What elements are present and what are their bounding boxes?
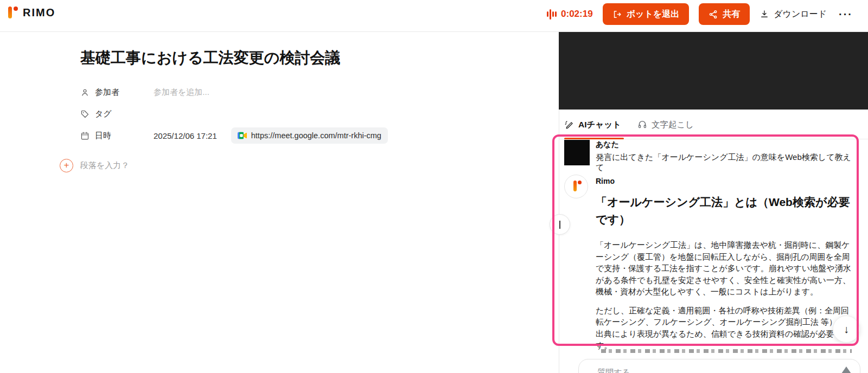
plus-circle-icon: + (60, 159, 73, 172)
add-paragraph-placeholder: 段落を入力？ (80, 160, 129, 171)
tab-ai-chat[interactable]: AIチャット (564, 119, 621, 131)
recording-timer: 0:02:19 (547, 9, 593, 20)
meet-link-chip[interactable]: https://meet.google.com/mtr-rkhi-cmg (231, 127, 388, 144)
datetime-row: 日時 2025/12/06 17:21 https://meet.google.… (80, 125, 536, 146)
datetime-label: 日時 (80, 131, 154, 141)
drag-bar-icon (559, 221, 560, 229)
assistant-paragraph: 「オールケーシング工法」は、地中障害撤去や杭・掘削時に、鋼製ケーシング（覆工管）… (596, 239, 853, 298)
tab-ai-chat-label: AIチャット (578, 119, 621, 131)
tags-row: タグ (80, 103, 536, 125)
top-bar: RIMO 0:02:19 ボットを退出 共有 ダウンロード ·· (0, 0, 868, 32)
scroll-to-bottom-button[interactable]: ↓ (833, 316, 860, 343)
chat-input-placeholder: 質問する (597, 368, 630, 373)
panel-tabs: AIチャット 文字起こし (564, 114, 694, 136)
share-icon (709, 10, 718, 19)
rimo-logo-icon (7, 5, 18, 20)
send-icon[interactable] (841, 366, 851, 373)
google-meet-icon (238, 132, 247, 139)
participants-input[interactable]: 参加者を追加... (154, 87, 209, 98)
tag-icon (80, 110, 90, 119)
meeting-meta: 参加者 参加者を追加... タグ 日時 2025/12/06 17:21 (80, 81, 536, 146)
download-icon (760, 9, 769, 19)
arrow-down-icon: ↓ (844, 323, 849, 336)
ai-pen-icon (564, 120, 574, 130)
participants-label: 参加者 (80, 87, 154, 98)
meet-link-text: https://meet.google.com/mtr-rkhi-cmg (251, 131, 381, 140)
user-message: 発言に出てきた「オールケーシング工法」の意味をWeb検索して教えて (596, 152, 852, 173)
waveform-icon (547, 9, 557, 20)
video-player[interactable] (559, 32, 868, 110)
tags-label: タグ (80, 109, 154, 119)
user-name: あなた (596, 140, 619, 150)
timer-value: 0:02:19 (561, 9, 593, 20)
rimo-logo[interactable]: RIMO (7, 5, 55, 20)
headset-icon (637, 120, 647, 130)
bot-exit-label: ボットを退出 (627, 9, 680, 20)
page-title[interactable]: 基礎工事における工法変更の検討会議 (80, 48, 536, 68)
rimo-avatar (564, 175, 588, 198)
user-avatar (564, 140, 590, 165)
participants-row: 参加者 参加者を追加... (80, 81, 536, 103)
share-label: 共有 (723, 9, 740, 20)
bot-exit-button[interactable]: ボットを退出 (603, 3, 690, 25)
clipped-next-message (601, 349, 852, 353)
download-label: ダウンロード (774, 9, 827, 20)
leave-icon (612, 10, 622, 19)
more-menu-button[interactable]: ··· (837, 8, 855, 21)
assistant-paragraph: ただし、正確な定義・適用範囲・各社の呼称や技術差異（例：全周回転ケーシング、フル… (596, 305, 853, 351)
tab-transcript-label: 文字起こし (652, 119, 694, 131)
calendar-icon (80, 131, 90, 140)
chat-input-box[interactable]: 質問する (578, 359, 860, 373)
download-button[interactable]: ダウンロード (760, 9, 827, 20)
person-icon (80, 88, 90, 97)
assistant-heading: 「オールケーシング工法」とは（Web検索が必要です） (596, 194, 855, 228)
panel-resize-handle[interactable] (550, 214, 570, 235)
assistant-name: Rimo (596, 177, 615, 185)
add-paragraph-field[interactable]: + 段落を入力？ (60, 159, 129, 172)
brand-name: RIMO (23, 7, 55, 19)
assistant-message: 「オールケーシング工法」は、地中障害撤去や杭・掘削時に、鋼製ケーシング（覆工管）… (596, 239, 853, 351)
tab-transcript[interactable]: 文字起こし (637, 119, 694, 131)
datetime-value[interactable]: 2025/12/06 17:21 (154, 131, 217, 140)
active-tab-indicator (564, 138, 624, 139)
share-button[interactable]: 共有 (699, 3, 750, 25)
